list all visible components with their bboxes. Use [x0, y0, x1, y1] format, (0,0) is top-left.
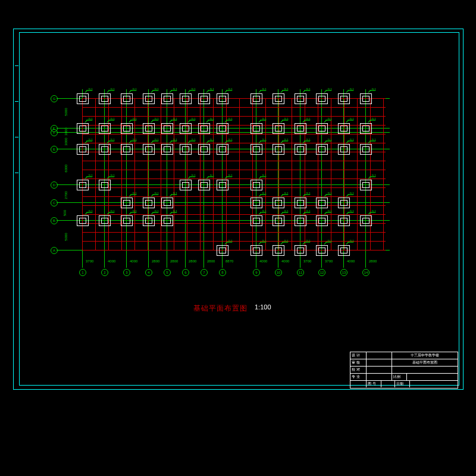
footing — [198, 180, 210, 190]
dimension-text: 4000 — [347, 259, 355, 263]
grid-line — [82, 98, 83, 250]
footing — [161, 198, 173, 208]
grid-line — [82, 214, 386, 215]
grid-line — [331, 98, 331, 250]
footing — [295, 123, 306, 134]
axis-bubble: A — [51, 247, 58, 254]
footing — [295, 215, 306, 226]
grid-line — [318, 98, 318, 250]
footing-label: JL1 — [262, 174, 267, 177]
footing-label: JL1 — [88, 138, 93, 142]
footing — [121, 198, 133, 208]
grid-line — [292, 98, 292, 250]
drawing-title: 基础平面布置图 — [193, 303, 248, 314]
dimension-text: 2800 — [189, 259, 196, 263]
footing-label: JL1 — [132, 87, 137, 91]
axis-bubble: 8 — [219, 269, 226, 276]
grid-line — [82, 241, 386, 242]
grid-line — [370, 98, 371, 250]
dimension-text: 3000 — [64, 137, 68, 145]
footing — [121, 123, 133, 134]
frame-tick — [15, 173, 18, 173]
footing-label: JL1 — [110, 87, 115, 91]
axis-bubble: 4 — [145, 269, 152, 276]
drawing-scale: 1:100 — [255, 303, 271, 311]
footing-label: JL1 — [349, 117, 354, 121]
footing-label: JL1 — [306, 239, 311, 243]
dimension-text: 4000 — [108, 259, 115, 263]
title-block: 设 计 十三层中学教学楼 审 核 基础平面布置图 校 对 专 业 比例 图 号 … — [350, 352, 458, 389]
footing — [338, 144, 350, 155]
tb-role: 设 计 — [350, 352, 367, 359]
footing-label: JL1 — [371, 174, 376, 177]
footing — [338, 245, 350, 256]
footing-label: JL1 — [349, 192, 354, 195]
axis-bubble: 3 — [123, 269, 130, 276]
tb-role: 校 对 — [350, 367, 367, 373]
footing-label: JL1 — [371, 138, 376, 142]
footing-label: JL1 — [284, 209, 289, 213]
footing-label: JL1 — [262, 209, 267, 213]
footing-label: JL1 — [284, 192, 289, 195]
grid-line — [383, 98, 384, 250]
footing-label: JL1 — [132, 209, 137, 213]
grid-line — [252, 98, 253, 250]
grid-line — [134, 98, 135, 250]
axis-bubble: 14 — [362, 269, 369, 276]
footing — [161, 123, 173, 134]
footing — [316, 93, 328, 104]
footing-label: JL1 — [228, 87, 233, 91]
footing — [338, 123, 350, 134]
grid-line — [82, 187, 386, 188]
dimension-text: 2700 — [64, 191, 68, 199]
axis-bubble: 7 — [201, 269, 208, 276]
footing-label: JL1 — [284, 87, 289, 91]
footing-label: JL1 — [262, 239, 267, 243]
footing-label: JL1 — [306, 117, 311, 121]
footing — [217, 180, 228, 190]
footing-label: JL1 — [154, 87, 159, 91]
footing-label: JL1 — [88, 87, 93, 91]
footing — [295, 198, 306, 208]
axis-bubble: 2 — [101, 269, 108, 276]
axis-bubble: D — [51, 181, 58, 189]
footing — [77, 144, 89, 155]
grid-line — [239, 98, 240, 250]
grid-line — [82, 134, 386, 134]
footing-label: JL1 — [306, 209, 311, 213]
footing — [161, 93, 173, 104]
footing — [198, 93, 210, 104]
footing-label: JL1 — [173, 117, 177, 121]
footing — [121, 144, 133, 155]
footing-label: JL1 — [262, 138, 267, 142]
footing-label: JL1 — [262, 192, 267, 195]
footing-label: JL1 — [306, 87, 311, 91]
grid-line — [187, 98, 187, 250]
footing — [250, 144, 262, 155]
dimension-text: 8870 — [226, 259, 233, 263]
grid-line — [121, 98, 122, 250]
footing — [273, 123, 284, 134]
footing-label: JL1 — [284, 239, 289, 243]
footing — [250, 180, 262, 190]
dimension-text: 2800 — [207, 259, 215, 263]
footing-label: JL1 — [327, 192, 332, 195]
footing-label: JL1 — [228, 117, 233, 121]
footing — [99, 180, 111, 190]
footing — [273, 93, 284, 104]
footing — [143, 198, 155, 208]
footing — [217, 245, 228, 256]
dimension-text: 3700 — [325, 259, 333, 263]
footing-label: JL1 — [110, 209, 115, 213]
footing — [250, 123, 262, 134]
dimension-text: 6000 — [64, 164, 68, 172]
footing-label: JL1 — [191, 117, 196, 121]
grid-line — [82, 178, 386, 179]
footing — [360, 93, 372, 104]
footing — [143, 93, 155, 104]
dimension-text: 4000 — [259, 259, 267, 263]
footing — [295, 245, 306, 256]
footing-label: JL1 — [88, 209, 93, 213]
footing-label: JL1 — [228, 174, 233, 177]
footing — [217, 123, 228, 134]
